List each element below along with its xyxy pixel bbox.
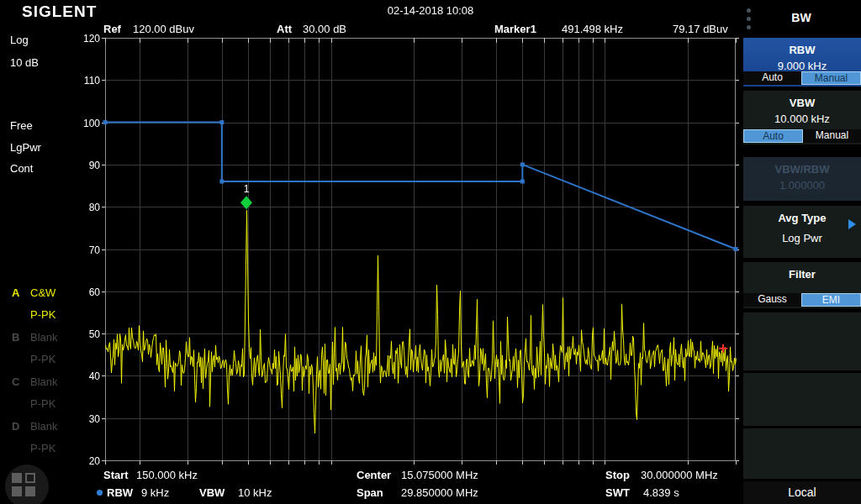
trace-c-mode: Blank xyxy=(30,375,58,388)
trace-b-detector: P-PK xyxy=(30,353,55,365)
vbw-footer-value: 10 kHz xyxy=(238,486,272,499)
scale-type-label: Log xyxy=(10,34,29,46)
rbw-bullet-icon xyxy=(97,490,103,496)
rbw-auto-toggle[interactable]: Auto xyxy=(743,71,801,85)
start-freq-label: Start xyxy=(103,469,129,481)
grid-icon xyxy=(25,486,35,496)
filter-gauss-toggle[interactable]: Gauss xyxy=(743,293,801,307)
trace-a-detector: P-PK xyxy=(30,308,55,321)
filter-label: Filter xyxy=(743,268,861,281)
empty-menu-slot-1 xyxy=(743,312,861,370)
y-axis-tick-label: 120 xyxy=(75,33,100,45)
span-footer-value: 29.850000 MHz xyxy=(401,486,478,499)
filter-emi-toggle[interactable]: EMI xyxy=(801,293,861,307)
trace-c-detector: P-PK xyxy=(30,397,55,410)
empty-menu-slot-3 xyxy=(743,428,861,479)
trace-b-mode: Blank xyxy=(30,331,58,344)
vbw-rbw-label: VBW/RBW xyxy=(743,163,861,176)
trace-d-mode: Blank xyxy=(30,420,58,433)
stop-freq-label: Stop xyxy=(605,469,630,481)
y-axis-tick-label: 20 xyxy=(75,455,100,467)
marker-readout-freq: 491.498 kHz xyxy=(562,23,623,35)
menu-sidebar: BW RBW 9.000 kHz Auto Manual VBW 10.000 … xyxy=(742,0,861,504)
avg-mode-label: LgPwr xyxy=(10,141,41,154)
vbw-button-value: 10.000 kHz xyxy=(743,113,861,125)
trace-a-letter: A xyxy=(12,286,19,299)
avg-type-value: Log Pwr xyxy=(743,232,861,244)
spectrum-plot xyxy=(0,0,861,504)
vbw-button[interactable]: VBW 10.000 kHz Auto Manual xyxy=(743,91,861,144)
start-freq-value: 150.000 kHz xyxy=(136,469,198,481)
swt-footer-value: 4.839 s xyxy=(643,486,679,499)
marker-readout-amp: 79.17 dBuv xyxy=(673,23,728,35)
submenu-arrow-icon xyxy=(848,219,856,229)
y-axis-tick-label: 50 xyxy=(75,328,100,340)
grid-icon xyxy=(12,473,22,483)
att-label: Att xyxy=(277,23,292,35)
trace-d-letter: D xyxy=(12,420,19,433)
center-freq-label: Center xyxy=(357,469,391,481)
rbw-footer-label: RBW xyxy=(107,486,133,499)
menu-title: BW xyxy=(742,11,861,24)
y-axis-tick-label: 100 xyxy=(75,118,100,129)
trace-b-letter: B xyxy=(12,331,19,344)
ref-label: Ref xyxy=(103,23,121,35)
avg-type-label: Avg Type xyxy=(743,212,861,224)
span-footer-label: Span xyxy=(357,486,383,499)
grid-icon xyxy=(25,473,35,483)
filter-button[interactable]: Filter Gauss EMI xyxy=(743,262,861,308)
vbw-footer-label: VBW xyxy=(199,486,224,499)
stop-freq-value: 30.000000 MHz xyxy=(641,469,718,481)
vbw-rbw-button-disabled: VBW/RBW 1.000000 xyxy=(743,157,861,201)
rbw-button-label: RBW xyxy=(743,44,861,56)
rbw-button-value: 9.000 kHz xyxy=(743,60,861,72)
datetime-display: 02-14-2018 10:08 xyxy=(0,4,861,17)
marker-readout-label: Marker1 xyxy=(494,23,536,35)
trigger-mode-label: Free xyxy=(10,119,33,132)
local-button[interactable]: Local xyxy=(743,481,861,504)
empty-menu-slot-2 xyxy=(743,373,861,426)
swt-footer-label: SWT xyxy=(605,486,630,499)
scale-div-label: 10 dB xyxy=(10,56,39,69)
y-axis-tick-label: 30 xyxy=(75,413,100,425)
rbw-button[interactable]: RBW 9.000 kHz Auto Manual xyxy=(743,38,861,87)
att-value: 30.00 dB xyxy=(303,23,346,35)
avg-type-button[interactable]: Avg Type Log Pwr xyxy=(743,206,861,258)
y-axis-tick-label: 70 xyxy=(75,244,100,256)
y-axis-tick-label: 110 xyxy=(75,75,100,87)
vbw-rbw-value: 1.000000 xyxy=(743,179,861,192)
center-freq-value: 15.075000 MHz xyxy=(401,469,478,481)
trace-d-detector: P-PK xyxy=(30,442,55,454)
menu-handle-icon[interactable] xyxy=(747,25,751,29)
sweep-mode-label: Cont xyxy=(10,162,33,175)
display-grid-button[interactable] xyxy=(5,465,49,504)
y-axis-tick-label: 80 xyxy=(75,202,100,213)
vbw-auto-toggle[interactable]: Auto xyxy=(743,129,803,143)
y-axis-tick-label: 90 xyxy=(75,160,100,171)
vbw-button-label: VBW xyxy=(743,97,861,109)
spectrum-analyzer-screen: SIGLENT 02-14-2018 10:08 Ref 120.00 dBuv… xyxy=(0,0,861,504)
vbw-manual-toggle[interactable]: Manual xyxy=(803,129,861,143)
trace-c-letter: C xyxy=(12,375,19,388)
y-axis-tick-label: 40 xyxy=(75,370,100,382)
trace-a-mode: C&W xyxy=(30,286,55,299)
rbw-footer-value: 9 kHz xyxy=(141,486,169,499)
y-axis-tick-label: 60 xyxy=(75,286,100,298)
rbw-manual-toggle[interactable]: Manual xyxy=(801,71,861,85)
grid-icon xyxy=(12,486,22,496)
ref-value: 120.00 dBuv xyxy=(133,23,194,35)
